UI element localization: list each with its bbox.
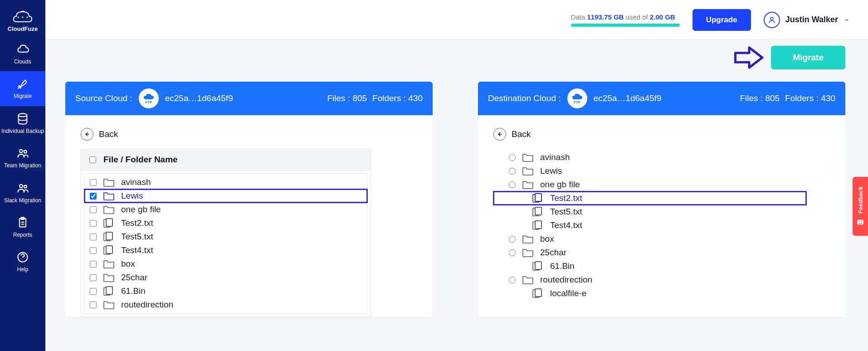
item-name: one gb file	[540, 180, 580, 190]
item-checkbox[interactable]	[90, 220, 97, 227]
list-item[interactable]: Test5.txt	[493, 205, 806, 219]
sidebar-item-individual-backup[interactable]: Individual Backup	[0, 106, 45, 141]
item-name: 25char	[540, 248, 566, 258]
list-item[interactable]: one gb file	[493, 178, 806, 191]
feedback-tab[interactable]: Feedback	[853, 177, 868, 236]
back-arrow-icon	[81, 128, 93, 141]
list-item[interactable]: Lewis	[84, 189, 367, 203]
user-menu[interactable]: Justin Walker	[764, 12, 850, 28]
list-item[interactable]: routedirection	[84, 298, 367, 312]
item-radio[interactable]	[509, 181, 516, 188]
item-checkbox[interactable]	[90, 274, 97, 281]
database-icon	[16, 112, 29, 125]
list-item[interactable]: Test4.txt	[84, 244, 367, 257]
item-name: Lewis	[540, 166, 562, 176]
item-radio[interactable]	[509, 154, 516, 161]
svg-rect-20	[106, 246, 112, 253]
item-radio[interactable]	[509, 236, 516, 243]
list-item[interactable]: one gb file	[84, 203, 367, 216]
feedback-smile-icon	[856, 218, 864, 226]
destination-body: Back avinashLewisone gb fileTest2.txtTes…	[478, 115, 845, 305]
file-icon	[103, 245, 115, 255]
data-usage-text: Data 1193.75 GB used of 2.00 GB	[571, 13, 675, 21]
list-item[interactable]: box	[493, 232, 806, 246]
destination-cloud-id: ec25a…1d6a45f9	[594, 93, 735, 103]
svg-point-3	[27, 17, 28, 18]
content: Migrate Source Cloud : FTP ec25a…1d6a45f…	[45, 40, 868, 351]
list-item[interactable]: Lewis	[493, 164, 806, 178]
list-item[interactable]: avinash	[84, 176, 367, 189]
item-name: Test5.txt	[550, 207, 582, 217]
app-logo[interactable]: CloudFuze	[8, 5, 38, 37]
item-name: one gb file	[121, 205, 161, 214]
list-item[interactable]: 61.Bin	[84, 284, 367, 298]
sidebar-item-reports[interactable]: Reports	[0, 210, 45, 244]
ftp-cloud-icon: FTP	[139, 88, 159, 108]
list-item[interactable]: 25char	[84, 271, 367, 284]
destination-title: Destination Cloud :	[488, 93, 561, 103]
svg-point-42	[861, 221, 862, 222]
item-name: Test5.txt	[121, 232, 153, 242]
item-radio[interactable]	[509, 249, 516, 256]
rocket-icon	[16, 78, 29, 90]
svg-rect-14	[106, 219, 112, 226]
item-checkbox[interactable]	[90, 179, 97, 186]
user-icon	[768, 16, 776, 24]
destination-panel: Destination Cloud : FTP ec25a…1d6a45f9 F…	[478, 82, 845, 317]
item-name: box	[121, 259, 135, 269]
folder-icon	[103, 300, 115, 310]
svg-rect-26	[535, 194, 541, 201]
list-item[interactable]: avinash	[493, 151, 806, 164]
folder-icon	[103, 205, 115, 214]
sidebar-item-slack-migration[interactable]: Slack Migration	[0, 176, 45, 210]
item-radio[interactable]	[509, 168, 516, 175]
upgrade-button[interactable]: Upgrade	[692, 9, 751, 31]
main-area: Data 1193.75 GB used of 2.00 GB Upgrade …	[45, 0, 868, 351]
item-name: 25char	[121, 273, 147, 283]
item-checkbox[interactable]	[90, 206, 97, 213]
item-checkbox[interactable]	[90, 302, 97, 308]
source-list: File / Folder Name avinashLewisone gb fi…	[81, 149, 371, 317]
list-item[interactable]: box	[84, 257, 367, 271]
item-radio[interactable]	[509, 277, 516, 283]
source-list-title: File / Folder Name	[103, 155, 178, 165]
sidebar-item-clouds[interactable]: Clouds	[0, 37, 45, 71]
destination-folders-count: Folders : 430	[785, 93, 835, 103]
svg-point-1	[18, 17, 19, 18]
item-name: Test4.txt	[550, 220, 582, 230]
item-checkbox[interactable]	[90, 247, 97, 254]
list-item[interactable]: Test5.txt	[84, 230, 367, 244]
item-name: routedirection	[540, 275, 592, 285]
folder-icon	[103, 273, 115, 283]
feedback-label: Feedback	[857, 186, 864, 214]
sidebar-item-team-migration[interactable]: Team Migration	[0, 141, 45, 175]
migrate-button[interactable]: Migrate	[771, 46, 845, 69]
item-name: Test2.txt	[121, 218, 153, 228]
chevron-down-icon	[844, 17, 850, 23]
item-name: Test4.txt	[121, 245, 153, 255]
item-checkbox[interactable]	[90, 193, 97, 200]
avatar	[764, 12, 780, 28]
sidebar-item-help[interactable]: Help	[0, 244, 45, 279]
topbar: Data 1193.75 GB used of 2.00 GB Upgrade …	[45, 0, 868, 40]
list-item[interactable]: 61.Bin	[493, 259, 806, 273]
list-item[interactable]: Test2.txt	[493, 191, 806, 205]
item-name: Lewis	[121, 191, 143, 201]
select-all-checkbox[interactable]	[89, 156, 96, 163]
item-checkbox[interactable]	[90, 261, 97, 268]
source-back-button[interactable]: Back	[81, 128, 421, 141]
data-usage: Data 1193.75 GB used of 2.00 GB	[571, 13, 680, 27]
svg-point-2	[22, 17, 24, 18]
list-item[interactable]: Test4.txt	[493, 219, 806, 232]
sidebar-item-migrate[interactable]: Migrate	[0, 71, 45, 106]
svg-point-5	[20, 150, 23, 153]
list-item[interactable]: localfile-e	[493, 287, 806, 300]
folder-icon	[522, 152, 534, 162]
item-checkbox[interactable]	[90, 234, 97, 240]
list-item[interactable]: 25char	[493, 246, 806, 259]
destination-back-button[interactable]: Back	[493, 128, 834, 141]
svg-point-12	[770, 17, 773, 20]
list-item[interactable]: routedirection	[493, 273, 806, 287]
item-checkbox[interactable]	[90, 288, 97, 295]
list-item[interactable]: Test2.txt	[84, 216, 367, 230]
